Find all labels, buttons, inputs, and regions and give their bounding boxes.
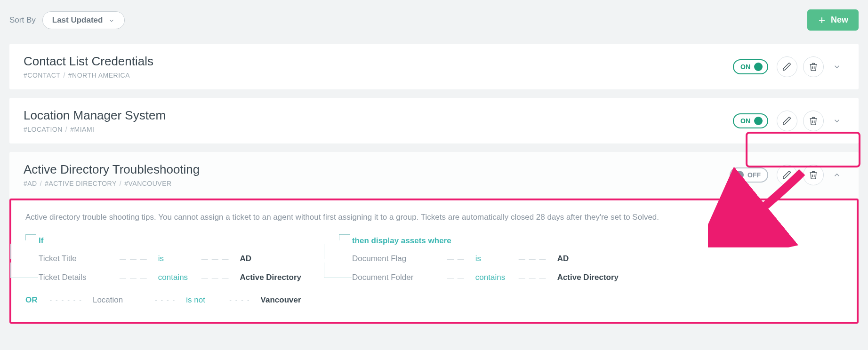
- sort-by-label: Sort By: [9, 16, 36, 25]
- delete-button[interactable]: [803, 111, 824, 131]
- chevron-up-icon: [833, 171, 841, 179]
- condition-row: Ticket Title — — — is — — — AD: [39, 249, 301, 268]
- if-label: If: [39, 236, 301, 246]
- edit-button[interactable]: [777, 165, 797, 185]
- then-label: then display assets where: [352, 236, 619, 246]
- condition-field: Document Folder: [352, 273, 437, 282]
- condition-value: Active Directory: [240, 273, 301, 282]
- condition-field: Document Flag: [352, 254, 437, 263]
- card-title: Location Manager System: [24, 108, 733, 123]
- condition-row: Ticket Details — — — contains — — — Acti…: [39, 268, 301, 287]
- trash-icon: [809, 170, 818, 180]
- or-condition-row: OR - - - - - - Location - - - - is not -…: [25, 287, 301, 305]
- rule-card: Active Directory Troubleshooting #AD/#AC…: [9, 152, 859, 199]
- expand-button[interactable]: [829, 63, 844, 71]
- card-tags: #CONTACT/#NORTH AMERICA: [24, 72, 733, 79]
- toggle-on[interactable]: ON: [733, 59, 768, 74]
- condition-operator: is not: [186, 295, 219, 305]
- condition-value: Active Directory: [557, 273, 619, 282]
- condition-operator: contains: [158, 273, 191, 282]
- plus-icon: [818, 16, 826, 24]
- edit-button[interactable]: [777, 56, 797, 77]
- pencil-icon: [782, 116, 792, 126]
- or-label: OR: [25, 295, 38, 305]
- edit-button[interactable]: [777, 111, 797, 131]
- new-button-label: New: [831, 15, 848, 25]
- pencil-icon: [782, 62, 792, 72]
- condition-value: Vancouver: [261, 295, 301, 305]
- collapse-button[interactable]: [829, 171, 844, 179]
- if-conditions: If Ticket Title — — — is — — — AD Ticket…: [25, 236, 301, 305]
- toolbar: Sort By Last Updated New: [9, 9, 859, 31]
- condition-value: AD: [557, 254, 569, 263]
- chevron-down-icon: [833, 117, 841, 125]
- sort-by-dropdown[interactable]: Last Updated: [42, 11, 125, 29]
- condition-operator: contains: [475, 273, 508, 282]
- rule-card: Contact List Credentials #CONTACT/#NORTH…: [9, 44, 859, 89]
- expand-button[interactable]: [829, 117, 844, 125]
- condition-field: Ticket Title: [39, 254, 109, 263]
- pencil-icon: [782, 170, 792, 180]
- card-tags: #AD/#ACTIVE DIRECTORY/#VANCOUVER: [24, 180, 730, 187]
- card-tags: #LOCATION/#MIAMI: [24, 126, 733, 133]
- trash-icon: [809, 116, 818, 126]
- rule-description: Active directory trouble shooting tips. …: [25, 213, 843, 222]
- trash-icon: [809, 62, 818, 72]
- condition-value: AD: [240, 254, 252, 263]
- toggle-label: OFF: [747, 171, 761, 179]
- condition-row: Document Flag — — is — — — AD: [352, 249, 619, 268]
- toggle-off[interactable]: OFF: [730, 167, 768, 183]
- condition-operator: is: [475, 254, 508, 263]
- chevron-down-icon: [833, 63, 841, 71]
- toggle-on[interactable]: ON: [733, 113, 768, 128]
- sort-by-value: Last Updated: [52, 16, 103, 25]
- rule-details-panel: Active directory trouble shooting tips. …: [9, 199, 859, 324]
- card-title: Active Directory Troubleshooting: [24, 162, 730, 177]
- condition-operator: is: [158, 254, 191, 263]
- toggle-label: ON: [740, 117, 750, 125]
- toggle-dot-icon: [754, 63, 763, 71]
- condition-field: Ticket Details: [39, 273, 109, 282]
- card-title: Contact List Credentials: [24, 54, 733, 69]
- chevron-down-icon: [108, 17, 115, 24]
- rule-card: Location Manager System #LOCATION/#MIAMI…: [9, 98, 859, 143]
- toggle-dot-icon: [754, 117, 763, 125]
- toggle-dot-icon: [735, 171, 744, 179]
- condition-field: Location: [93, 295, 145, 305]
- new-button[interactable]: New: [807, 9, 859, 31]
- toggle-label: ON: [740, 63, 750, 71]
- then-conditions: then display assets where Document Flag …: [339, 236, 619, 305]
- delete-button[interactable]: [803, 165, 824, 185]
- delete-button[interactable]: [803, 56, 824, 77]
- condition-row: Document Folder — — contains — — — Activ…: [352, 268, 619, 287]
